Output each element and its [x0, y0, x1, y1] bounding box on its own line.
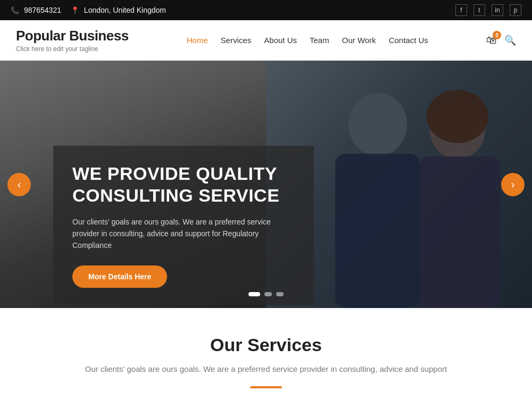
nav-actions: 🛍 0 🔍	[486, 34, 516, 46]
chevron-right-icon: ›	[511, 178, 515, 190]
nav-our-work[interactable]: Our Work	[342, 36, 376, 45]
slider-dots	[248, 292, 284, 296]
services-section: Our Services Our clients' goals are ours…	[0, 308, 532, 399]
hero-slider: WE PROVIDE QUALITY CONSULTING SERVICE Ou…	[0, 61, 532, 308]
cart-badge: 0	[493, 31, 501, 39]
slider-next-button[interactable]: ›	[501, 173, 525, 196]
phone-icon	[11, 6, 19, 14]
brand-logo: Popular Business Click here to edit your…	[16, 28, 129, 53]
top-bar-contact: 987654321 London, United Kingdom	[11, 6, 166, 14]
main-nav: Home Services About Us Team Our Work Con…	[187, 36, 428, 45]
nav-about[interactable]: About Us	[264, 36, 297, 45]
slider-dot-2[interactable]	[264, 292, 272, 296]
slider-prev-button[interactable]: ‹	[7, 173, 31, 196]
services-subtitle: Our clients' goals are ours goals. We ar…	[80, 363, 452, 376]
phone-item: 987654321	[11, 6, 61, 14]
header: Popular Business Click here to edit your…	[0, 20, 532, 61]
top-bar-socials: f t in p	[455, 4, 521, 16]
nav-home[interactable]: Home	[187, 36, 208, 45]
location-text: London, United Kingdom	[84, 6, 166, 14]
nav-contact[interactable]: Contact Us	[389, 36, 428, 45]
hero-title: WE PROVIDE QUALITY CONSULTING SERVICE	[72, 163, 295, 206]
hero-cta-button[interactable]: More Details Here	[72, 265, 167, 288]
pinterest-icon[interactable]: p	[510, 4, 521, 16]
chevron-left-icon: ‹	[18, 178, 21, 190]
brand-name: Popular Business	[16, 28, 129, 44]
cart-button[interactable]: 🛍 0	[486, 34, 497, 46]
hero-content-card: WE PROVIDE QUALITY CONSULTING SERVICE Ou…	[53, 146, 314, 305]
slider-dot-3[interactable]	[276, 292, 284, 296]
slider-dot-1[interactable]	[248, 292, 260, 296]
facebook-icon[interactable]: f	[455, 4, 467, 16]
services-title: Our Services	[16, 335, 516, 355]
phone-number: 987654321	[24, 6, 61, 14]
location-item: London, United Kingdom	[71, 6, 166, 14]
brand-tagline: Click here to edit your tagline	[16, 45, 129, 53]
services-divider	[250, 386, 282, 388]
search-button[interactable]: 🔍	[504, 35, 516, 46]
nav-services[interactable]: Services	[221, 36, 252, 45]
twitter-icon[interactable]: t	[473, 4, 485, 16]
location-icon	[71, 6, 79, 14]
hero-description: Our clients' goals are ours goals. We ar…	[72, 216, 295, 252]
nav-team[interactable]: Team	[310, 36, 329, 45]
instagram-icon[interactable]: in	[492, 4, 503, 16]
top-bar: 987654321 London, United Kingdom f t in …	[0, 0, 532, 20]
